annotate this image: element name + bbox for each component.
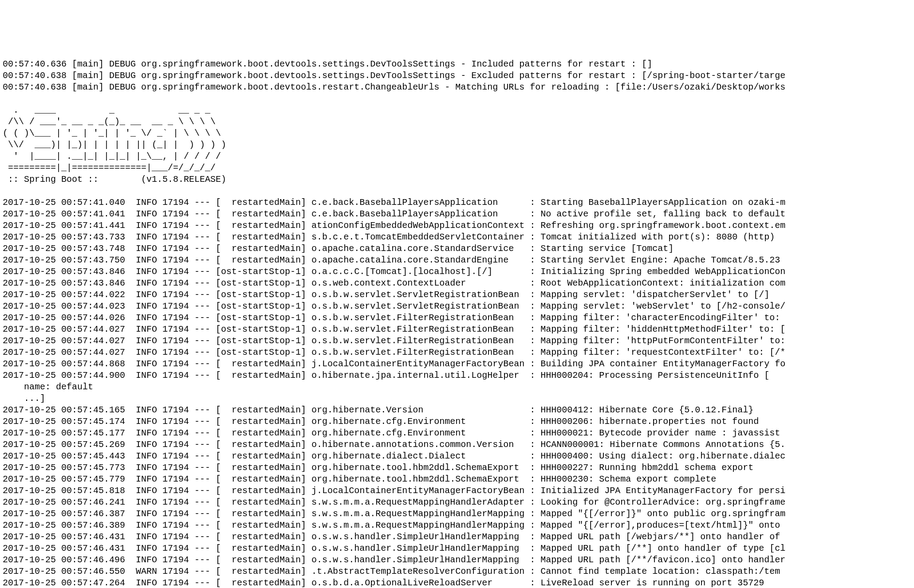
log-line: 2017-10-25 00:57:44.022 INFO 17194 --- [… bbox=[3, 289, 911, 301]
log-line: 2017-10-25 00:57:41.441 INFO 17194 --- [… bbox=[3, 220, 911, 231]
log-line: 2017-10-25 00:57:44.868 INFO 17194 --- [… bbox=[3, 358, 911, 370]
log-line: 2017-10-25 00:57:45.174 INFO 17194 --- [… bbox=[3, 416, 911, 427]
terminal-output: 00:57:40.636 [main] DEBUG org.springfram… bbox=[0, 58, 914, 588]
log-line: 2017-10-25 00:57:43.846 INFO 17194 --- [… bbox=[3, 278, 911, 289]
spring-banner-line: /\\ / ___'_ __ _ _(_)_ __ __ _ \ \ \ \ bbox=[3, 116, 911, 128]
log-line: 2017-10-25 00:57:41.041 INFO 17194 --- [… bbox=[3, 208, 911, 220]
log-line: 2017-10-25 00:57:44.027 INFO 17194 --- [… bbox=[3, 335, 911, 347]
log-line: 2017-10-25 00:57:44.900 INFO 17194 --- [… bbox=[3, 370, 911, 381]
log-line: 2017-10-25 00:57:45.779 INFO 17194 --- [… bbox=[3, 474, 911, 485]
spring-banner-line: ( ( )\___ | '_ | '_| | '_ \/ _` | \ \ \ … bbox=[3, 128, 911, 139]
spring-banner-line bbox=[3, 185, 911, 197]
log-line: 2017-10-25 00:57:45.443 INFO 17194 --- [… bbox=[3, 451, 911, 462]
log-line: 2017-10-25 00:57:44.026 INFO 17194 --- [… bbox=[3, 312, 911, 324]
spring-banner-line: :: Spring Boot :: (v1.5.8.RELEASE) bbox=[3, 174, 911, 185]
log-line: 2017-10-25 00:57:47.264 INFO 17194 --- [… bbox=[3, 577, 911, 588]
log-line: 2017-10-25 00:57:43.733 INFO 17194 --- [… bbox=[3, 231, 911, 243]
log-line: 2017-10-25 00:57:45.269 INFO 17194 --- [… bbox=[3, 439, 911, 451]
spring-banner-line: =========|_|==============|___/=/_/_/_/ bbox=[3, 162, 911, 174]
debug-log-line: 00:57:40.636 [main] DEBUG org.springfram… bbox=[3, 59, 911, 70]
spring-banner-line: \\/ ___)| |_)| | | | | || (_| | ) ) ) ) bbox=[3, 139, 911, 151]
log-line: 2017-10-25 00:57:44.023 INFO 17194 --- [… bbox=[3, 301, 911, 312]
log-line: 2017-10-25 00:57:44.027 INFO 17194 --- [… bbox=[3, 347, 911, 358]
log-line: 2017-10-25 00:57:46.241 INFO 17194 --- [… bbox=[3, 497, 911, 508]
log-line: 2017-10-25 00:57:43.748 INFO 17194 --- [… bbox=[3, 243, 911, 255]
spring-banner-line: . ____ _ __ _ _ bbox=[3, 105, 911, 116]
spring-banner-line bbox=[3, 93, 911, 105]
log-line: 2017-10-25 00:57:43.846 INFO 17194 --- [… bbox=[3, 266, 911, 278]
spring-banner-line: ' |____| .__|_| |_|_| |_\__, | / / / / bbox=[3, 151, 911, 162]
log-line: 2017-10-25 00:57:43.750 INFO 17194 --- [… bbox=[3, 255, 911, 266]
log-line: 2017-10-25 00:57:44.027 INFO 17194 --- [… bbox=[3, 324, 911, 335]
log-line: 2017-10-25 00:57:46.387 INFO 17194 --- [… bbox=[3, 508, 911, 520]
debug-log-line: 00:57:40.638 [main] DEBUG org.springfram… bbox=[3, 82, 911, 93]
log-line: name: default bbox=[3, 381, 911, 393]
log-line: ...] bbox=[3, 393, 911, 404]
log-line: 2017-10-25 00:57:45.773 INFO 17194 --- [… bbox=[3, 462, 911, 474]
log-line: 2017-10-25 00:57:46.389 INFO 17194 --- [… bbox=[3, 520, 911, 531]
log-line: 2017-10-25 00:57:45.177 INFO 17194 --- [… bbox=[3, 427, 911, 439]
log-line: 2017-10-25 00:57:41.040 INFO 17194 --- [… bbox=[3, 197, 911, 208]
log-line: 2017-10-25 00:57:45.818 INFO 17194 --- [… bbox=[3, 485, 911, 497]
log-line: 2017-10-25 00:57:45.165 INFO 17194 --- [… bbox=[3, 404, 911, 416]
log-line: 2017-10-25 00:57:46.496 INFO 17194 --- [… bbox=[3, 554, 911, 566]
log-line: 2017-10-25 00:57:46.431 INFO 17194 --- [… bbox=[3, 543, 911, 554]
debug-log-line: 00:57:40.638 [main] DEBUG org.springfram… bbox=[3, 70, 911, 82]
log-line: 2017-10-25 00:57:46.550 WARN 17194 --- [… bbox=[3, 566, 911, 577]
log-line: 2017-10-25 00:57:46.431 INFO 17194 --- [… bbox=[3, 531, 911, 543]
